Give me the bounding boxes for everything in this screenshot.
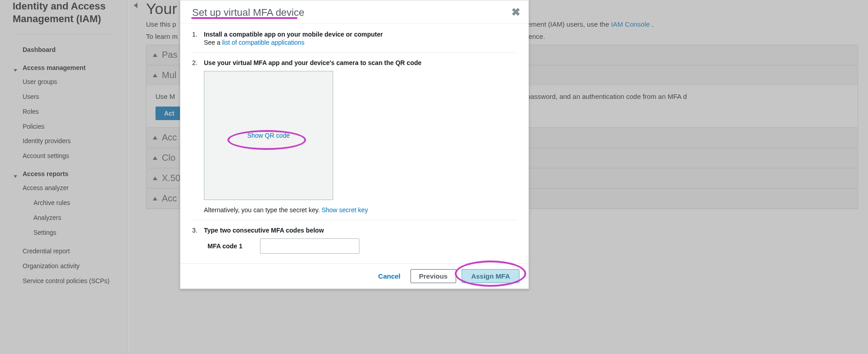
mfa-code-1-input[interactable]	[260, 238, 359, 254]
separator	[192, 220, 517, 220]
previous-button[interactable]: Previous	[410, 269, 456, 283]
sidebar: Identity and Access Management (IAM) Das…	[0, 0, 129, 354]
modal-title: Set up virtual MFA device	[192, 7, 304, 19]
step-1: 1. Install a compatible app on your mobi…	[192, 31, 517, 46]
mfa-setup-modal: Set up virtual MFA device ✖ 1. Install a…	[180, 0, 529, 289]
step-number: 1.	[192, 31, 200, 46]
cancel-button[interactable]: Cancel	[374, 270, 405, 283]
alt-text: Alternatively, you can type the secret k…	[204, 206, 321, 214]
show-secret-key-link[interactable]: Show secret key	[321, 206, 368, 214]
step-1-see: See a	[204, 39, 222, 46]
modal-body: 1. Install a compatible app on your mobi…	[180, 23, 528, 263]
step-number: 2.	[192, 59, 200, 214]
compatible-apps-link[interactable]: list of compatible applications	[222, 39, 304, 46]
step-3: 3. Type two consecutive MFA codes below …	[192, 227, 517, 258]
overlay-dim	[0, 0, 128, 354]
step-2: 2. Use your virtual MFA app and your dev…	[192, 59, 517, 214]
step-1-title: Install a compatible app on your mobile …	[204, 31, 517, 38]
separator	[192, 52, 517, 53]
qr-code-placeholder: Show QR code	[204, 71, 333, 200]
assign-mfa-button[interactable]: Assign MFA	[462, 269, 519, 283]
step-2-title: Use your virtual MFA app and your device…	[204, 59, 517, 66]
step-3-title: Type two consecutive MFA codes below	[204, 227, 517, 234]
step-number: 3.	[192, 227, 200, 258]
sidebar-collapse-handle[interactable]	[129, 0, 142, 354]
mfa-code-1-label: MFA code 1	[208, 242, 253, 250]
close-icon[interactable]: ✖	[511, 7, 520, 18]
overlay-dim	[129, 0, 142, 354]
show-qr-code-link[interactable]: Show QR code	[247, 132, 290, 139]
modal-header: Set up virtual MFA device ✖	[180, 0, 528, 23]
modal-footer: Cancel Previous Assign MFA	[180, 263, 528, 289]
